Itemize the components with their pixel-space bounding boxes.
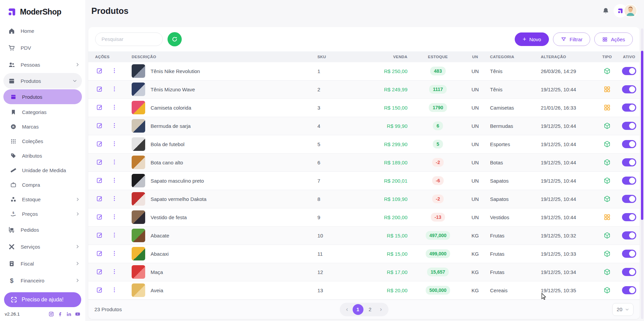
sidebar-subitem-unidade-de-medida[interactable]: Unidade de Medida — [0, 163, 85, 178]
topbar-right — [602, 5, 637, 17]
sidebar-item-pessoas[interactable]: Pessoas — [0, 56, 85, 73]
home-icon — [8, 27, 15, 35]
product-name: Abacaxi — [151, 251, 169, 257]
product-name: Sapato masculino preto — [151, 178, 204, 184]
chevron-right-icon — [75, 244, 80, 249]
edit-icon[interactable] — [96, 122, 103, 130]
product-price: R$ 200,01 — [359, 178, 413, 184]
edit-icon[interactable] — [96, 140, 103, 148]
active-toggle[interactable] — [622, 85, 636, 93]
edit-icon[interactable] — [96, 250, 103, 257]
active-toggle[interactable] — [622, 122, 636, 130]
sidebar-subitem-compra[interactable]: Compra — [0, 178, 85, 192]
kebab-menu-icon[interactable] — [111, 67, 118, 75]
kebab-menu-icon[interactable] — [111, 213, 118, 221]
notifications-bell-icon[interactable] — [602, 7, 609, 15]
sidebar-item-home[interactable]: Home — [0, 22, 85, 39]
sidebar-subitem-produtos[interactable]: Produtos — [3, 89, 82, 104]
active-toggle[interactable] — [622, 158, 636, 166]
edit-icon[interactable] — [96, 268, 103, 276]
kebab-menu-icon[interactable] — [111, 86, 118, 93]
ruler-icon — [10, 167, 17, 174]
active-toggle[interactable] — [622, 140, 636, 148]
product-thumbnail — [132, 83, 145, 96]
product-sku: 7 — [315, 178, 359, 184]
stock-badge: 1790 — [429, 103, 447, 112]
youtube-icon[interactable] — [75, 311, 81, 317]
facebook-icon[interactable] — [57, 311, 63, 317]
edit-icon[interactable] — [96, 213, 103, 221]
new-product-button[interactable]: + Novo — [515, 32, 549, 46]
stock-badge: 5 — [433, 140, 443, 148]
kebab-menu-icon[interactable] — [111, 159, 118, 166]
sidebar-item-produtos[interactable]: Produtos — [3, 73, 82, 89]
sidebar-subitem-marcas[interactable]: RMarcas — [0, 119, 85, 134]
sidebar-item-pedidos[interactable]: Pedidos — [0, 221, 85, 238]
page-button-2[interactable]: 2 — [365, 304, 376, 315]
cart-icon — [8, 44, 15, 51]
product-name: Bola de futebol — [151, 141, 184, 147]
table-row: Bermuda de sarja 4 R$ 99,90 6 UN Bermuda… — [88, 117, 640, 135]
user-avatar[interactable] — [624, 5, 637, 17]
edit-icon[interactable] — [96, 177, 103, 184]
column-header-tipo: TIPO — [596, 55, 616, 59]
refresh-button[interactable] — [168, 32, 182, 46]
kebab-menu-icon[interactable] — [111, 195, 118, 203]
edit-icon[interactable] — [96, 195, 103, 203]
sidebar-subitem-estoque[interactable]: Estoque — [0, 192, 85, 207]
edit-icon[interactable] — [96, 159, 103, 166]
active-toggle[interactable] — [622, 104, 636, 112]
column-header-estoque: ESTOQUE — [413, 55, 460, 59]
registered-icon: R — [10, 123, 17, 130]
page-button-1[interactable]: 1 — [353, 304, 363, 315]
sidebar-item-fiscal[interactable]: Fiscal — [0, 255, 85, 272]
kebab-menu-icon[interactable] — [111, 250, 118, 257]
kebab-menu-icon[interactable] — [111, 268, 118, 276]
kebab-menu-icon[interactable] — [111, 104, 118, 111]
product-name: Camiseta colorida — [151, 105, 191, 111]
active-toggle[interactable] — [622, 67, 636, 75]
active-toggle[interactable] — [622, 195, 636, 203]
prev-page-button[interactable]: ‹ — [343, 306, 351, 313]
product-thumbnail — [132, 265, 145, 279]
kebab-menu-icon[interactable] — [111, 140, 118, 148]
edit-icon[interactable] — [96, 67, 103, 75]
sidebar-subitem-categorias[interactable]: Categorias — [0, 105, 85, 119]
product-name: Abacate — [151, 233, 169, 238]
active-toggle[interactable] — [622, 231, 636, 239]
actions-button[interactable]: Ações — [594, 32, 633, 46]
kebab-menu-icon[interactable] — [111, 232, 118, 239]
stock-badge: -13 — [431, 213, 445, 222]
active-toggle[interactable] — [622, 286, 636, 294]
linkedin-icon[interactable] — [66, 311, 72, 317]
help-button[interactable]: Preciso de ajuda! — [4, 292, 81, 307]
filter-button[interactable]: Filtrar — [553, 32, 590, 46]
active-toggle[interactable] — [622, 268, 636, 276]
grid-actions-icon — [602, 37, 608, 42]
instagram-icon[interactable] — [48, 311, 54, 317]
edit-icon[interactable] — [96, 232, 103, 239]
sidebar-item-financeiro[interactable]: $Financeiro — [0, 272, 85, 289]
edit-icon[interactable] — [96, 86, 103, 93]
edit-icon[interactable] — [96, 104, 103, 111]
next-page-button[interactable]: › — [377, 306, 385, 313]
kebab-menu-icon[interactable] — [111, 177, 118, 184]
kebab-menu-icon[interactable] — [111, 122, 118, 130]
sidebar-subitem-preços[interactable]: $Preços — [0, 207, 85, 221]
brand-logo[interactable]: ModerShop — [0, 0, 85, 21]
kebab-menu-icon[interactable] — [111, 286, 118, 294]
active-toggle[interactable] — [622, 177, 636, 185]
active-toggle[interactable] — [622, 250, 636, 258]
edit-icon[interactable] — [96, 286, 103, 294]
page-size-select[interactable]: 20 — [612, 303, 634, 316]
people-icon — [8, 61, 15, 68]
search-input[interactable] — [95, 32, 163, 46]
sidebar-subitem-atributos[interactable]: Atributos — [0, 148, 85, 163]
column-header-acoes: AÇÕES — [88, 55, 129, 59]
scrollbar-thumb[interactable] — [641, 51, 643, 220]
sidebar-item-serviços[interactable]: Serviços — [0, 238, 85, 255]
sidebar-item-pdv[interactable]: PDV — [0, 39, 85, 56]
product-price: R$ 15,00 — [359, 233, 413, 238]
active-toggle[interactable] — [622, 213, 636, 221]
sidebar-subitem-coleções[interactable]: Coleções — [0, 134, 85, 148]
